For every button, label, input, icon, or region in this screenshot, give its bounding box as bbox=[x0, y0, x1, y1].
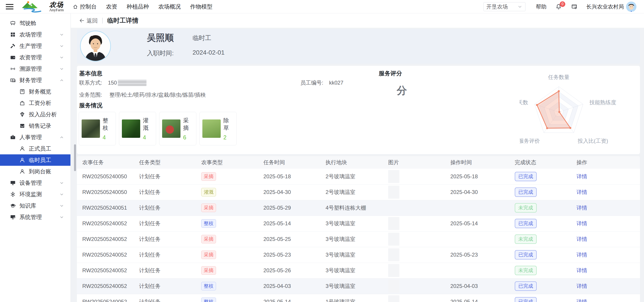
scope-value: 整理/松土/喷药/排水/盆栽/除虫/炼苗/插秧 bbox=[109, 92, 206, 98]
service-score-radar-chart: 任务数量技能熟练度投入比(工资)服务评价任务天数 bbox=[520, 71, 636, 152]
chevron-down-icon bbox=[59, 215, 64, 220]
table-row: RW202505240050计划任务采摘2025-05-182号玻璃温室2025… bbox=[77, 169, 640, 184]
service-card[interactable]: 除草2 bbox=[200, 112, 236, 146]
detail-link[interactable]: 详情 bbox=[576, 283, 587, 289]
detail-link[interactable]: 详情 bbox=[576, 299, 587, 302]
wallet-icon bbox=[10, 54, 16, 60]
task-image-thumbnail[interactable] bbox=[388, 233, 399, 246]
table-row: RW202505240052计划任务整枝2025-04-033号玻璃温室2025… bbox=[77, 278, 640, 294]
chevron-down-icon bbox=[59, 55, 64, 60]
detail-link[interactable]: 详情 bbox=[576, 173, 587, 180]
service-score-value: 分 bbox=[397, 84, 407, 98]
plot-cell: 3号玻璃温室 bbox=[326, 216, 388, 231]
farm-type-tag: 采摘 bbox=[201, 266, 216, 275]
task-date-cell: 2025-05-14 bbox=[264, 216, 326, 231]
page-header: 返回 临时工详情 bbox=[71, 14, 644, 28]
farm-type-tag: 采摘 bbox=[201, 250, 216, 259]
detail-link[interactable]: 详情 bbox=[576, 205, 587, 211]
sidebar-item[interactable]: 人事管理 bbox=[0, 132, 70, 143]
sidebar-item[interactable]: 知识库 bbox=[0, 200, 70, 212]
detail-link[interactable]: 详情 bbox=[576, 236, 587, 242]
sidebar-item[interactable]: 工资分析 bbox=[0, 97, 70, 109]
service-card[interactable]: 采摘6 bbox=[159, 112, 196, 146]
notifications-button[interactable]: 0 bbox=[556, 4, 562, 10]
workbench-settings-button[interactable] bbox=[571, 4, 577, 10]
content: 吴照顺 临时工 入职时间: 2024-02-01 基本信息 联系方式: 150 … bbox=[71, 28, 644, 302]
task-image-thumbnail[interactable] bbox=[388, 264, 399, 277]
scope-label: 业务范围: bbox=[79, 92, 102, 98]
nav-item[interactable]: 控制台 bbox=[73, 3, 96, 10]
op-date-cell: 2025-05-14 bbox=[450, 294, 515, 302]
status-badge: 已完成 bbox=[515, 188, 537, 197]
grid-icon bbox=[10, 32, 16, 38]
task-image-thumbnail[interactable] bbox=[388, 170, 399, 183]
farm-type-tag: 采摘 bbox=[201, 235, 216, 244]
table-row: RW202505240050计划任务灌溉2025-04-302号玻璃温室2025… bbox=[77, 184, 640, 200]
detail-link[interactable]: 详情 bbox=[576, 189, 587, 195]
user-avatar[interactable] bbox=[626, 2, 636, 12]
detail-link[interactable]: 详情 bbox=[576, 252, 587, 258]
sidebar-item[interactable]: 生产管理 bbox=[0, 40, 70, 52]
service-card-count: 4 bbox=[103, 134, 113, 141]
sidebar-item[interactable]: 财务管理 bbox=[0, 74, 70, 86]
nav-item[interactable]: 种植品种 bbox=[126, 3, 149, 10]
app-logo[interactable]: 农场 AnyFarm bbox=[22, 1, 64, 13]
info-card: 基本信息 联系方式: 150 员工编号:kk027 业务范围: 整理/松土/喷药… bbox=[77, 66, 640, 154]
nav-item[interactable]: 农资 bbox=[106, 3, 117, 10]
sidebar-item[interactable]: 农资管理 bbox=[0, 52, 70, 63]
table-header-cell: 执行地块 bbox=[326, 156, 388, 169]
task-table-card: 农事任务任务类型农事类型任务时间执行地块图片操作时间完成状态操作 RW20250… bbox=[77, 156, 640, 302]
notebook-icon bbox=[19, 88, 25, 95]
service-card[interactable]: 整枝4 bbox=[79, 112, 116, 146]
nav-item[interactable]: 农场概况 bbox=[158, 3, 181, 10]
nav-item[interactable]: 作物模型 bbox=[190, 3, 212, 10]
sidebar-item[interactable]: 系统管理 bbox=[0, 212, 70, 223]
sidebar-item[interactable]: 正式员工 bbox=[0, 143, 70, 154]
sidebar-scrollbar-thumb[interactable] bbox=[74, 144, 76, 171]
radar-data-point bbox=[558, 111, 560, 113]
sidebar-item[interactable]: 环境监测 bbox=[0, 188, 70, 200]
back-button[interactable]: 返回 bbox=[79, 17, 98, 24]
task-type-cell: 计划任务 bbox=[139, 200, 201, 216]
sidebar-item[interactable]: 临时员工 bbox=[0, 154, 70, 166]
contact-prefix: 150 bbox=[108, 80, 117, 86]
hamburger-menu-icon[interactable] bbox=[6, 4, 14, 10]
service-card-count: 2 bbox=[224, 134, 234, 141]
sidebar-item[interactable]: 销售记录 bbox=[0, 120, 70, 132]
table-header-cell: 任务类型 bbox=[139, 156, 201, 169]
task-image-thumbnail[interactable] bbox=[388, 295, 399, 302]
task-id-cell: RW202505240052 bbox=[77, 231, 139, 247]
service-card-count: 6 bbox=[183, 134, 194, 141]
help-link[interactable]: 帮助 bbox=[536, 3, 546, 10]
plot-cell: 3号玻璃温室 bbox=[326, 247, 388, 263]
task-image-thumbnail[interactable] bbox=[388, 248, 399, 261]
farm-task-table: 农事任务任务类型农事类型任务时间执行地块图片操作时间完成状态操作 RW20250… bbox=[77, 156, 640, 302]
sidebar-item[interactable]: 投入品分析 bbox=[0, 109, 70, 120]
top-nav-menu: 控制台农资种植品种农场概况作物模型 bbox=[73, 3, 212, 10]
avatar-face-icon bbox=[626, 2, 636, 12]
status-badge: 未完成 bbox=[515, 234, 537, 244]
radar-data-point bbox=[569, 127, 571, 129]
sidebar-item[interactable]: 到岗台账 bbox=[0, 166, 70, 177]
op-date-cell: 2025-05-18 bbox=[450, 169, 515, 184]
task-image-thumbnail[interactable] bbox=[388, 280, 399, 292]
sidebar-item[interactable]: 设备管理 bbox=[0, 177, 70, 188]
farm-select[interactable]: 开垦农场 bbox=[484, 2, 526, 11]
sidebar-item[interactable]: 财务概览 bbox=[0, 86, 70, 97]
task-date-cell: 2025-05-23 bbox=[264, 247, 326, 263]
farm-type-tag: 整枝 bbox=[201, 282, 216, 290]
radar-axis-label: 任务天数 bbox=[520, 99, 528, 105]
service-card[interactable]: 灌溉4 bbox=[119, 112, 156, 146]
task-image-thumbnail[interactable] bbox=[388, 186, 399, 199]
logo-en-text: AnyFarm bbox=[49, 8, 64, 12]
sidebar-item[interactable]: 农场管理 bbox=[0, 29, 70, 40]
detail-link[interactable]: 详情 bbox=[576, 267, 587, 273]
sidebar-item[interactable]: 驾驶舱 bbox=[0, 18, 70, 29]
money-icon bbox=[10, 77, 16, 83]
service-cards-row: 整枝4灌溉4采摘6除草2 bbox=[79, 112, 236, 146]
service-card-count: 4 bbox=[143, 134, 153, 141]
detail-link[interactable]: 详情 bbox=[576, 220, 587, 226]
status-badge: 已完成 bbox=[515, 172, 537, 181]
sidebar-item[interactable]: 溯源管理 bbox=[0, 63, 70, 74]
task-image-thumbnail[interactable] bbox=[388, 217, 399, 230]
